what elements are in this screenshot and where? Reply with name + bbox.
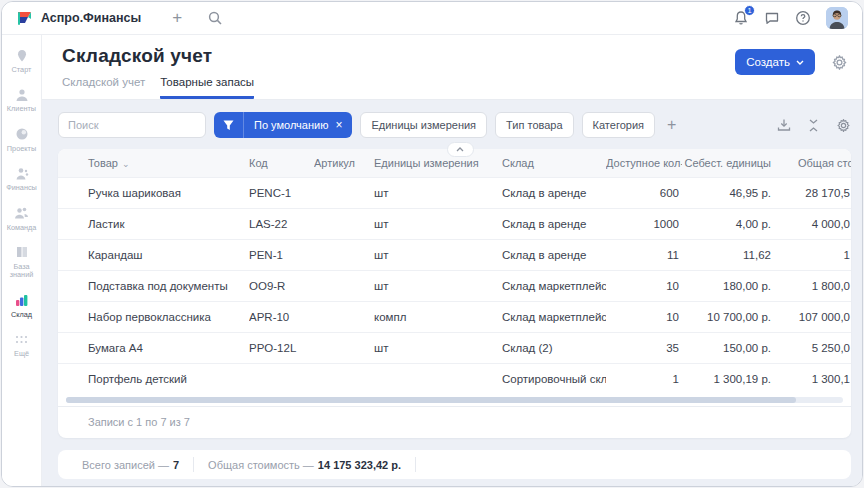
help-button[interactable]	[795, 10, 811, 26]
table-cell: Склад в аренде	[502, 209, 606, 240]
table-row[interactable]: КарандашPEN-1штСклад в аренде1111,621	[58, 240, 851, 271]
column-header-units[interactable]: Единицы измерения	[374, 149, 502, 178]
table-cell	[314, 240, 374, 271]
table-row[interactable]: ЛастикLAS-22штСклад в аренде10004,00 р.4…	[58, 209, 851, 240]
knowledge-base-icon	[15, 245, 29, 260]
table-cell: 1 800,0	[774, 271, 851, 302]
table-cell: 4 000,0	[774, 209, 851, 240]
tab-warehouse-accounting[interactable]: Складской учет	[62, 76, 145, 99]
table-cell: шт	[374, 240, 502, 271]
table-cell: Склад в аренде	[502, 178, 606, 209]
column-header-quantity[interactable]: Доступное кол-во	[606, 149, 682, 178]
table-row[interactable]: Подставка под документыOO9-RштСклад марк…	[58, 271, 851, 302]
fold-table-button[interactable]	[447, 142, 474, 157]
funnel-icon[interactable]	[214, 112, 244, 138]
table-row[interactable]: Ручка шариковаяPENC-1штСклад в аренде600…	[58, 178, 851, 209]
collapse-icon[interactable]	[808, 119, 819, 132]
table-cell: Склад (2)	[502, 333, 606, 364]
table-cell: 1	[606, 364, 682, 395]
table-cell: Склад маркетплейса	[502, 271, 606, 302]
filter-category-button[interactable]: Категория	[582, 112, 655, 138]
column-header-total-cost[interactable]: Общая стоимость	[774, 149, 851, 178]
projects-icon	[15, 127, 29, 142]
user-avatar[interactable]	[826, 7, 848, 29]
column-header-warehouse[interactable]: Склад	[502, 149, 606, 178]
table-cell: PENC-1	[249, 178, 314, 209]
table-cell: Бумага А4	[58, 333, 249, 364]
tabs: Складской учет Товарные запасы	[62, 76, 850, 99]
column-header-sku[interactable]: Артикул	[314, 149, 374, 178]
scrollbar-thumb[interactable]	[66, 397, 796, 403]
page-title: Складской учет	[62, 45, 850, 67]
download-icon[interactable]	[777, 118, 791, 132]
table-body: Ручка шариковаяPENC-1штСклад в аренде600…	[58, 178, 851, 395]
summary-bar: Всего записей —7 Общая стоимость —14 175…	[58, 450, 851, 479]
table-cell: шт	[374, 333, 502, 364]
filter-units-button[interactable]: Единицы измерения	[360, 112, 487, 138]
table-cell: 150,00 р.	[682, 333, 774, 364]
table-cell: 11,62	[682, 240, 774, 271]
table-cell: 4,00 р.	[682, 209, 774, 240]
table-cell	[314, 364, 374, 395]
table-row[interactable]: Бумага А4PPO-12LштСклад (2)35150,00 р.5 …	[58, 333, 851, 364]
team-icon	[14, 206, 29, 221]
total-records: Всего записей —7	[58, 457, 194, 472]
table-cell	[374, 364, 502, 395]
table-cell: 46,95 р.	[682, 178, 774, 209]
table-cell: 28 170,5	[774, 178, 851, 209]
sidebar-item-start[interactable]: Старт	[3, 43, 41, 78]
table-cell: 180,00 р.	[682, 271, 774, 302]
table-cell: Портфель детский	[58, 364, 249, 395]
close-icon[interactable]: ×	[335, 118, 352, 132]
column-header-code[interactable]: Код	[249, 149, 314, 178]
table-cell: 1000	[606, 209, 682, 240]
sidebar-item-warehouse[interactable]: Склад	[3, 288, 41, 323]
sidebar-item-clients[interactable]: Клиенты	[3, 82, 41, 117]
sidebar-item-knowledge-base[interactable]: База знаний	[3, 240, 41, 284]
column-header-unit-cost[interactable]: Себест. единицы	[682, 149, 774, 178]
column-header-product[interactable]: Товар⌄	[58, 149, 249, 178]
more-dots-icon	[15, 332, 28, 347]
filter-bar: По умолчанию × Единицы измерения Тип тов…	[58, 112, 851, 138]
topbar: Аспро.Финансы + 1	[2, 2, 862, 35]
sort-chevron-icon: ⌄	[122, 159, 130, 169]
total-cost: Общая стоимость —14 175 323,42 р.	[194, 457, 416, 472]
table-cell: 1 300,1	[774, 364, 851, 395]
add-button[interactable]: +	[169, 10, 185, 26]
table-cell: 1	[774, 240, 851, 271]
add-filter-button[interactable]: +	[663, 116, 680, 134]
sidebar-item-projects[interactable]: Проекты	[3, 122, 41, 157]
records-info: Записи с 1 по 7 из 7	[58, 406, 851, 438]
page-header: Складской учет Складской учет Товарные з…	[42, 35, 862, 100]
search-input[interactable]	[58, 112, 206, 138]
stock-table: Товар⌄ Код Артикул Единицы измерения Скл…	[58, 149, 851, 394]
create-button[interactable]: Создать	[735, 49, 815, 75]
table-cell: Склад в аренде	[502, 240, 606, 271]
sidebar-item-more[interactable]: Ещё	[3, 327, 41, 362]
sidebar-item-team[interactable]: Команда	[3, 201, 41, 236]
table-cell: 10	[606, 271, 682, 302]
stock-table-card: Товар⌄ Код Артикул Единицы измерения Скл…	[58, 149, 851, 438]
tab-stock[interactable]: Товарные запасы	[160, 76, 254, 99]
filter-product-type-button[interactable]: Тип товара	[495, 112, 574, 138]
table-settings-icon[interactable]	[836, 118, 851, 133]
table-cell: 600	[606, 178, 682, 209]
table-cell: Карандаш	[58, 240, 249, 271]
chevron-down-icon	[796, 60, 804, 65]
finance-icon	[15, 166, 29, 181]
table-cell: Ручка шариковая	[58, 178, 249, 209]
settings-icon[interactable]	[831, 54, 848, 71]
table-cell	[314, 178, 374, 209]
table-row[interactable]: Набор первоклассникаAPR-10комплСклад мар…	[58, 302, 851, 333]
table-row[interactable]: Портфель детскийСортировочный скла11 300…	[58, 364, 851, 395]
default-filter-chip[interactable]: По умолчанию ×	[214, 112, 352, 138]
table-cell: 10 700,00 р.	[682, 302, 774, 333]
table-cell: Подставка под документы	[58, 271, 249, 302]
search-icon[interactable]	[207, 10, 223, 26]
table-cell: Склад маркетплейса	[502, 302, 606, 333]
table-cell: LAS-22	[249, 209, 314, 240]
chat-button[interactable]	[764, 10, 780, 26]
sidebar-item-finance[interactable]: Финансы	[3, 161, 41, 196]
table-cell: Набор первоклассника	[58, 302, 249, 333]
notifications-button[interactable]: 1	[733, 10, 749, 26]
